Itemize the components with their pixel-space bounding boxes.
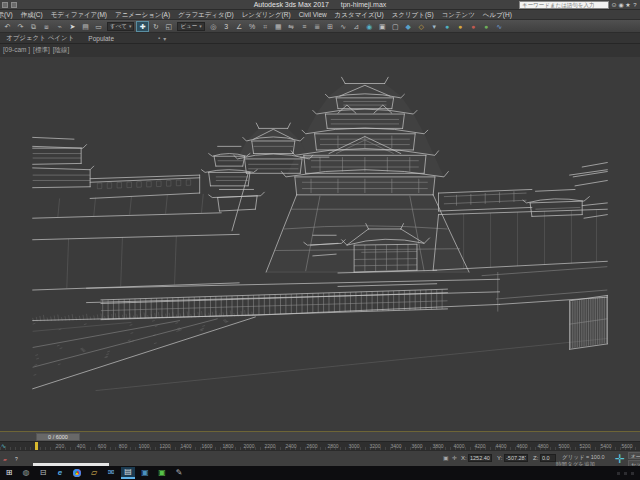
time-slider-handle[interactable]: 0 / 6000	[36, 433, 80, 441]
menu-item[interactable]: 表示(V)	[0, 10, 17, 20]
unlink-icon[interactable]: ⧈	[40, 21, 53, 32]
named-selection-icon[interactable]: ▦	[272, 21, 285, 32]
redo-icon[interactable]: ↷	[14, 21, 27, 32]
app-title: Autodesk 3ds Max 2017	[254, 1, 329, 8]
menu-item[interactable]: モディファイア(M)	[47, 10, 111, 20]
menu-item[interactable]: 作成(C)	[17, 10, 47, 20]
viewport-display-label[interactable]: [陰線]	[53, 46, 70, 55]
ref-coord-combo[interactable]: ビュー▾	[177, 22, 204, 31]
chevron-down-icon: ▾	[129, 23, 132, 29]
chrome-logo	[73, 469, 81, 477]
ribbon-tab-object-paint[interactable]: オブジェクト ペイント	[6, 34, 74, 43]
schematic-view-icon[interactable]: ⊿	[350, 21, 363, 32]
system-tray[interactable]	[617, 472, 634, 475]
material-editor-icon[interactable]: ◉	[363, 21, 376, 32]
render-production-icon[interactable]: ◆	[402, 21, 415, 32]
maxscript-listener-mark: ▰	[3, 456, 7, 462]
coord-x-label: X:	[461, 455, 467, 461]
menu-item[interactable]: Civil View	[295, 10, 331, 20]
menu-bar: 表示(V)作成(C)モディファイア(M)アニメーション(A)グラフエディタ(D)…	[0, 10, 640, 20]
explorer-icon[interactable]: ▱	[87, 467, 101, 479]
rendered-frame-icon[interactable]: ▢	[389, 21, 402, 32]
quill-icon[interactable]: ✎	[172, 467, 186, 479]
timeline-tick-label: 200	[56, 443, 64, 449]
render-teal-icon[interactable]: ●	[441, 21, 454, 32]
chrome-icon[interactable]	[70, 467, 84, 479]
menu-item[interactable]: グラフエディタ(D)	[174, 10, 238, 20]
start-icon[interactable]: ⊞	[2, 467, 16, 479]
ribbon-tab-populate[interactable]: Populate	[88, 35, 114, 42]
coord-x-input[interactable]	[468, 454, 492, 462]
timeline-tick-label: 5000	[558, 443, 569, 449]
scale-icon[interactable]: ◱	[162, 21, 175, 32]
timeline-tick-label: 2000	[243, 443, 254, 449]
render-setup-icon[interactable]: ▣	[376, 21, 389, 32]
timeline-tick-label: 4400	[495, 443, 506, 449]
undo-icon[interactable]: ↶	[1, 21, 14, 32]
signin-icon[interactable]: ◉	[618, 1, 624, 9]
select-by-name-icon[interactable]: ▤	[79, 21, 92, 32]
viewport-canvas[interactable]	[0, 44, 640, 431]
menu-item[interactable]: スクリプト(S)	[388, 10, 438, 20]
rotate-icon[interactable]: ↻	[149, 21, 162, 32]
render-iterative-icon[interactable]: ◇	[415, 21, 428, 32]
selection-lock-icon[interactable]: ▣	[443, 454, 449, 461]
layer-manager-icon[interactable]: ≣	[311, 21, 324, 32]
timeline-tick-label: 1800	[222, 443, 233, 449]
region-select-icon[interactable]: ▭	[92, 21, 105, 32]
menu-item[interactable]: コンテンツ	[438, 10, 479, 20]
mirror-icon[interactable]: ⇋	[285, 21, 298, 32]
auto-key-button[interactable]: オート キー	[628, 452, 640, 459]
infocenter-search[interactable]	[519, 1, 609, 9]
timeline-tick-label: 800	[119, 443, 127, 449]
help-icon[interactable]: ?	[632, 1, 638, 9]
scene-explorer-icon[interactable]: ⊞	[324, 21, 337, 32]
time-slider-track[interactable]: 0 / 6000	[0, 431, 640, 441]
menu-item[interactable]: ヘルプ(H)	[479, 10, 516, 20]
use-pivot-icon[interactable]: ◎	[207, 21, 220, 32]
cortana-icon[interactable]: ◍	[19, 467, 33, 479]
pan-view-icon[interactable]: ✛	[613, 452, 627, 466]
percent-snap-icon[interactable]: %	[246, 21, 259, 32]
utility-green-icon[interactable]: ●	[480, 21, 493, 32]
utility-red-icon[interactable]: ●	[467, 21, 480, 32]
snap-3d-icon[interactable]: 3	[220, 21, 233, 32]
render-yellow-icon[interactable]: ●	[454, 21, 467, 32]
bind-spacewarp-icon[interactable]: ⌁	[53, 21, 66, 32]
search-input[interactable]	[520, 2, 608, 8]
spinner-snap-icon[interactable]: ⌗	[259, 21, 272, 32]
viewport-pov-label[interactable]: [09-cam ]	[3, 46, 30, 55]
absolute-mode-icon[interactable]: ✛	[452, 454, 457, 461]
select-link-icon[interactable]: ⧉	[27, 21, 40, 32]
edge-icon[interactable]: e	[53, 467, 67, 479]
state-sets-icon[interactable]: ▾	[428, 21, 441, 32]
timeline-tick-label: 2600	[306, 443, 317, 449]
select-move-icon[interactable]: ✚	[136, 21, 149, 32]
viewport[interactable]: [09-cam ] [標準] [陰線]	[0, 44, 640, 431]
timeline-tick-label: 4000	[453, 443, 464, 449]
align-icon[interactable]: ≡	[298, 21, 311, 32]
coord-z-input[interactable]	[540, 454, 556, 462]
favorites-icon[interactable]: ★	[625, 1, 631, 9]
search-icon[interactable]: ⊙	[611, 1, 617, 9]
select-object-icon[interactable]: ➤	[66, 21, 79, 32]
viewport-shading-label[interactable]: [標準]	[33, 46, 50, 55]
timeline-ruler[interactable]: ∿ 20040060080010001200140016001800200022…	[0, 441, 640, 450]
curves-blue-icon[interactable]: ∿	[493, 21, 506, 32]
timeline-tick-label: 3000	[348, 443, 359, 449]
minus-icon: ▪	[158, 35, 160, 41]
ribbon-minimize-button[interactable]: ▪▾	[158, 35, 166, 42]
angle-snap-icon[interactable]: ∠	[233, 21, 246, 32]
photos-icon[interactable]: ▣	[138, 467, 152, 479]
task-view-icon[interactable]: ⊟	[36, 467, 50, 479]
line-icon[interactable]: ▣	[155, 467, 169, 479]
mail-icon[interactable]: ✉	[104, 467, 118, 479]
selection-filter-combo[interactable]: すべて▾	[107, 22, 134, 31]
menu-item[interactable]: レンダリング(R)	[238, 10, 295, 20]
menu-item[interactable]: アニメーション(A)	[111, 10, 174, 20]
coord-y-label: Y:	[497, 455, 502, 461]
menu-item[interactable]: カスタマイズ(U)	[331, 10, 388, 20]
coord-y-input[interactable]	[504, 454, 528, 462]
curve-editor-icon[interactable]: ∿	[337, 21, 350, 32]
3dsmax-icon[interactable]: ▤	[121, 467, 135, 479]
